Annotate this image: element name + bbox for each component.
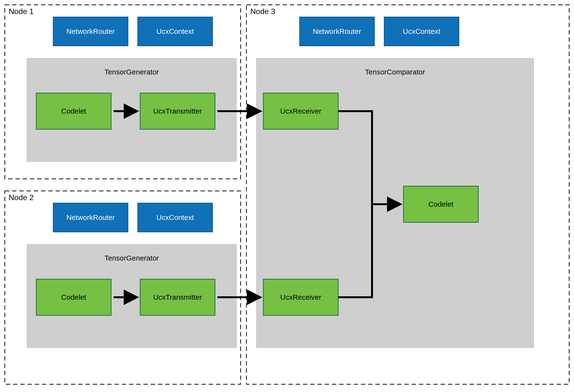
svg-text:Codelet: Codelet [61,293,86,301]
node-3-label: Node 3 [250,7,275,16]
node-2-network-router: NetworkRouter [53,203,128,232]
svg-text:TensorComparator: TensorComparator [365,68,425,76]
svg-text:UcxReceiver: UcxReceiver [280,293,321,301]
node-2-label: Node 2 [9,193,34,202]
svg-text:Codelet: Codelet [428,200,453,208]
svg-text:UcxContext: UcxContext [403,27,440,35]
svg-text:Codelet: Codelet [61,107,86,115]
diagram-canvas: Node 1 NetworkRouter UcxContext TensorGe… [0,0,574,392]
node-3-ucx-receiver-1: UcxReceiver [263,93,338,129]
node-2-ucx-context: UcxContext [138,203,213,232]
svg-text:NetworkRouter: NetworkRouter [66,213,115,221]
svg-text:UcxContext: UcxContext [156,27,194,35]
svg-text:UcxReceiver: UcxReceiver [280,107,321,115]
node-1-tensor-generator: TensorGenerator Codelet UcxTransmitter [27,58,237,162]
node-1-codelet: Codelet [36,93,111,129]
node-2: Node 2 NetworkRouter UcxContext TensorGe… [5,191,241,384]
node-1-label: Node 1 [9,7,34,16]
svg-text:UcxTransmitter: UcxTransmitter [153,107,202,115]
svg-text:TensorGenerator: TensorGenerator [104,68,159,76]
node-1: Node 1 NetworkRouter UcxContext TensorGe… [5,5,241,179]
node-3-ucx-receiver-2: UcxReceiver [263,279,338,315]
node-2-tensor-generator: TensorGenerator Codelet UcxTransmitter [27,244,237,348]
node-2-ucx-transmitter: UcxTransmitter [140,279,215,315]
node-3: Node 3 NetworkRouter UcxContext TensorCo… [246,5,569,384]
svg-text:UcxContext: UcxContext [156,213,194,221]
svg-text:TensorGenerator: TensorGenerator [104,254,159,262]
node-2-codelet: Codelet [36,279,111,315]
svg-text:NetworkRouter: NetworkRouter [66,27,115,35]
node-3-tensor-comparator: TensorComparator UcxReceiver UcxReceiver… [256,58,534,348]
node-3-codelet: Codelet [403,186,478,222]
svg-text:NetworkRouter: NetworkRouter [313,27,361,35]
node-1-ucx-transmitter: UcxTransmitter [140,93,215,129]
node-1-ucx-context: UcxContext [138,17,213,46]
svg-text:UcxTransmitter: UcxTransmitter [153,293,202,301]
node-1-network-router: NetworkRouter [53,17,128,46]
node-3-ucx-context: UcxContext [384,17,459,46]
node-3-network-router: NetworkRouter [300,17,374,46]
